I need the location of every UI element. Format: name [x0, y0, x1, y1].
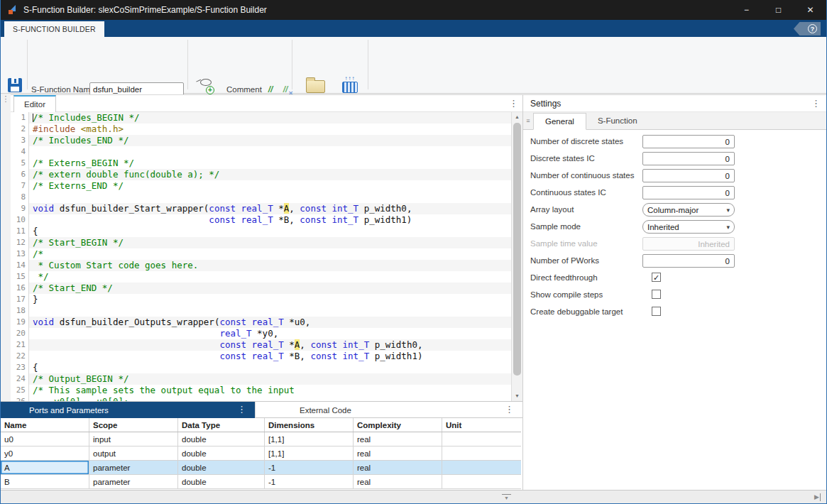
- expand-right-icon[interactable]: ▶: [814, 493, 821, 501]
- code-line[interactable]: void dsfun_builder_Start_wrapper(const r…: [29, 203, 522, 214]
- setting-checkbox[interactable]: [652, 290, 661, 299]
- code-line[interactable]: /* Start_BEGIN */: [29, 237, 522, 248]
- code-line[interactable]: /* Includes_END */: [29, 135, 522, 146]
- code-line[interactable]: y0[0] = u0[0];: [29, 396, 522, 401]
- column-header: Scope: [89, 418, 178, 432]
- tab-external-code[interactable]: External Code ⋮: [255, 402, 522, 418]
- table-cell[interactable]: output: [89, 447, 178, 460]
- code-token: [33, 214, 209, 225]
- code-line[interactable]: */: [29, 271, 522, 283]
- tab-s-function[interactable]: S-Function: [586, 112, 649, 129]
- settings-title: Settings: [530, 99, 561, 109]
- external-code-menu-icon[interactable]: ⋮: [505, 405, 514, 414]
- close-button[interactable]: ✕: [794, 0, 826, 20]
- table-cell[interactable]: [442, 432, 521, 446]
- tab-general[interactable]: General: [533, 113, 586, 130]
- code-line[interactable]: [29, 305, 522, 317]
- code-line[interactable]: /* This sample sets the output equal to …: [29, 385, 522, 396]
- setting-dropdown[interactable]: Column-major▾: [642, 203, 735, 217]
- code-line[interactable]: /* Start_END */: [29, 283, 522, 294]
- table-cell[interactable]: double: [178, 475, 265, 488]
- code-line[interactable]: /* Externs_BEGIN */: [29, 158, 522, 169]
- code-line[interactable]: #include <math.h>: [29, 124, 522, 135]
- code-area[interactable]: 1234567891011121314151617181920212223242…: [11, 112, 522, 401]
- setting-checkbox[interactable]: ✓: [652, 273, 661, 282]
- table-cell[interactable]: u0: [1, 432, 89, 446]
- settings-menu-icon[interactable]: ⋮: [811, 99, 821, 108]
- table-cell[interactable]: [442, 461, 521, 474]
- table-row[interactable]: Bparameterdouble-1real: [1, 475, 521, 489]
- table-cell[interactable]: [442, 447, 521, 460]
- code-line[interactable]: const real_T *B, const int_T p_width1): [29, 351, 522, 362]
- table-cell[interactable]: input: [89, 432, 178, 446]
- scroll-up-icon[interactable]: ▲: [512, 112, 522, 122]
- code-line[interactable]: * Custom Start code goes here.: [29, 260, 522, 271]
- table-cell[interactable]: parameter: [89, 461, 178, 474]
- scroll-down-icon[interactable]: ▼: [512, 391, 522, 401]
- line-number: 21: [11, 339, 26, 351]
- table-cell[interactable]: double: [178, 447, 265, 460]
- code-token: [246, 339, 252, 350]
- table-cell[interactable]: A: [1, 461, 89, 474]
- code-token: int_T: [343, 339, 370, 350]
- table-cell[interactable]: B: [1, 475, 89, 488]
- line-number: 7: [11, 180, 26, 192]
- table-cell[interactable]: double: [178, 432, 265, 446]
- settings-panel-handle[interactable]: ≡: [523, 117, 533, 124]
- setting-input[interactable]: 0: [642, 152, 735, 165]
- code-line[interactable]: /* Includes_BEGIN */: [29, 112, 522, 124]
- code-line[interactable]: {: [29, 362, 522, 373]
- setting-dropdown[interactable]: Inherited▾: [642, 220, 735, 234]
- table-row[interactable]: y0outputdouble[1,1]real: [1, 447, 521, 461]
- table-row[interactable]: Aparameterdouble-1real: [1, 461, 521, 475]
- code-line[interactable]: /*: [29, 248, 522, 260]
- setting-input[interactable]: 0: [642, 186, 735, 199]
- tab-s-function-builder[interactable]: S-FUNCTION BUILDER: [4, 21, 104, 37]
- maximize-button[interactable]: □: [762, 0, 794, 20]
- code-line[interactable]: /* Externs_END */: [29, 180, 522, 192]
- table-cell[interactable]: real: [354, 432, 442, 446]
- code-line[interactable]: }: [29, 294, 522, 305]
- line-number: 12: [11, 237, 26, 248]
- table-cell[interactable]: real: [354, 447, 442, 460]
- code-line[interactable]: /* Output_BEGIN */: [29, 373, 522, 385]
- code-line[interactable]: void dsfun_builder_Outputs_wrapper(const…: [29, 317, 522, 328]
- setting-input[interactable]: 0: [642, 169, 735, 182]
- tab-ports-and-parameters[interactable]: Ports and Parameters ⋮: [1, 402, 255, 418]
- table-cell[interactable]: -1: [265, 475, 354, 488]
- setting-input[interactable]: 0: [642, 135, 735, 148]
- editor-panel-handle[interactable]: ⋮: [1, 94, 11, 401]
- table-cell[interactable]: -1: [265, 461, 354, 474]
- setting-value: Inherited: [698, 240, 730, 248]
- table-cell[interactable]: [442, 475, 521, 488]
- code-line[interactable]: const real_T *B, const int_T p_width1): [29, 214, 522, 226]
- tab-editor[interactable]: Editor: [13, 95, 56, 112]
- code-line[interactable]: [29, 146, 522, 158]
- table-cell[interactable]: y0: [1, 447, 89, 460]
- code-line[interactable]: real_T *y0,: [29, 328, 522, 339]
- setting-input[interactable]: 0: [642, 254, 735, 268]
- editor-scrollbar[interactable]: ▲ ▼: [511, 112, 522, 401]
- code-lines[interactable]: /* Includes_BEGIN */#include <math.h>/* …: [29, 112, 522, 401]
- table-cell[interactable]: [1,1]: [265, 432, 354, 446]
- setting-checkbox[interactable]: [652, 307, 661, 316]
- collapse-panel-icon[interactable]: ▼: [502, 494, 511, 501]
- code-token: /* Includes_BEGIN */: [33, 112, 140, 123]
- table-cell[interactable]: [1,1]: [265, 447, 354, 460]
- table-cell[interactable]: parameter: [89, 475, 178, 488]
- code-line[interactable]: {: [29, 226, 522, 237]
- scrollbar-thumb[interactable]: [513, 123, 521, 376]
- code-line[interactable]: [29, 192, 522, 203]
- line-number: 26: [11, 396, 26, 401]
- table-cell[interactable]: real: [354, 461, 442, 474]
- save-icon: [8, 78, 22, 92]
- table-cell[interactable]: real: [354, 475, 442, 488]
- ports-menu-icon[interactable]: ⋮: [237, 405, 246, 414]
- table-cell[interactable]: double: [178, 461, 265, 474]
- code-line[interactable]: /* extern double func(double a); */: [29, 169, 522, 180]
- table-row[interactable]: u0inputdouble[1,1]real: [1, 432, 521, 447]
- help-button[interactable]: ?: [794, 22, 821, 35]
- editor-menu-icon[interactable]: ⋮: [509, 99, 518, 108]
- minimize-button[interactable]: −: [730, 0, 762, 20]
- code-line[interactable]: const real_T *A, const int_T p_width0,: [29, 339, 522, 351]
